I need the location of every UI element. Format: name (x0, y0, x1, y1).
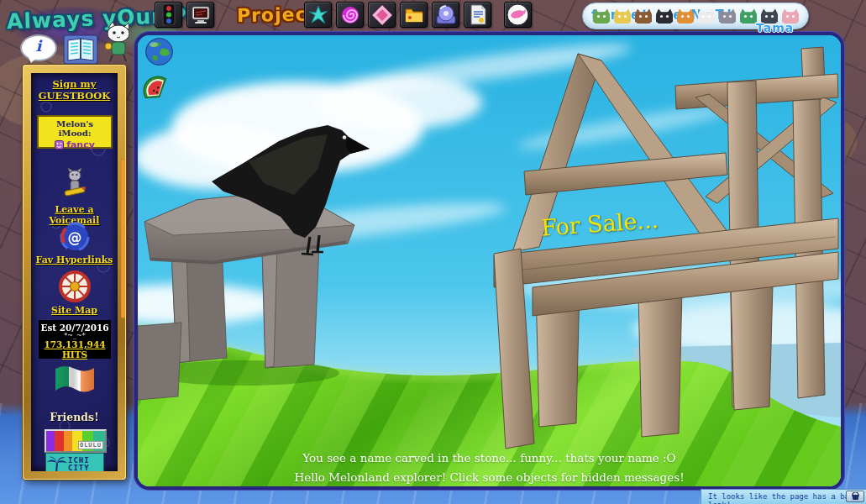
document-tool-button[interactable] (464, 2, 491, 28)
sidebar-frame: Sign my GUESTBOOK Melon's iMood: fancy (23, 65, 126, 480)
hyperlinks-icon[interactable]: @ (31, 221, 118, 253)
svg-text:@: @ (67, 229, 81, 246)
folder-icon (404, 6, 424, 24)
status-text: It looks like the page has a bad leak! (708, 492, 866, 504)
globe-icon (144, 37, 174, 66)
hits-count: 173,131,944 HITS (39, 339, 111, 360)
emoticon: *~_~* (39, 333, 111, 339)
star-icon (308, 5, 328, 25)
imood-icon (55, 140, 64, 150)
monitor-button[interactable] (186, 2, 214, 28)
3d-scene-canvas[interactable] (138, 35, 841, 486)
sidebar-scrollbar[interactable] (121, 159, 125, 318)
spiral-tool-button[interactable] (336, 2, 364, 28)
cd-tool-button[interactable] (432, 2, 459, 28)
world-message-1: You see a name carved in the stone... fu… (138, 451, 841, 465)
sidebar-link-hyperlinks[interactable]: Fav Hyperlinks (31, 255, 118, 265)
guestbook-line1: Sign my (31, 78, 118, 90)
document-icon (469, 4, 487, 25)
voicemail-icon[interactable] (31, 167, 118, 201)
sidebar-link-sitemap[interactable]: Site Map (31, 305, 118, 316)
cd-icon (435, 4, 457, 26)
info-icon[interactable] (20, 34, 57, 61)
tama-widget[interactable]: forget me NoT! Tama (582, 3, 809, 29)
traffic-light-icon (162, 4, 176, 25)
book-icon (63, 32, 98, 67)
hit-counter[interactable]: Est 20/7/2016 *~_~* 173,131,944 HITS (39, 320, 111, 359)
diamond-icon (371, 4, 393, 26)
palm-tree-icon (46, 455, 68, 471)
spiral-icon (340, 5, 360, 25)
watermelon-icon (136, 68, 176, 107)
fish-badge-icon (506, 3, 529, 26)
folder-tool-button[interactable] (400, 2, 428, 28)
star-tool-button[interactable] (304, 2, 332, 28)
leak-bucket-button[interactable] (846, 491, 864, 502)
friends-label: Friends! (31, 411, 118, 423)
irish-flag-icon (31, 365, 118, 394)
bucket-icon (851, 492, 860, 501)
traffic-light-button[interactable] (155, 2, 182, 28)
sidebar-panel: Sign my GUESTBOOK Melon's iMood: fancy (31, 73, 118, 471)
sitemap-wheel-icon[interactable] (31, 270, 118, 303)
imood-widget[interactable]: Melon's iMood: fancy (37, 115, 113, 149)
friend-badge-olulu[interactable]: OLULU (45, 429, 107, 453)
imood-value: fancy (66, 139, 95, 150)
friend-badge-ichi-city[interactable]: ICHI CITY (45, 453, 104, 471)
world-message-2: Hello Melonland explorer! Click some obj… (138, 470, 841, 484)
monitor-icon (192, 6, 210, 24)
guestbook-line2: GUESTBOOK (31, 90, 118, 102)
status-bar: It looks like the page has a bad leak! (701, 489, 866, 504)
mascot-character[interactable] (98, 21, 137, 66)
fish-badge-tool-button[interactable] (504, 2, 532, 28)
diamond-tool-button[interactable] (368, 2, 396, 28)
world-viewport[interactable]: For Sale... You see a name carved in the… (134, 32, 844, 490)
mascot-cat-icon (98, 21, 137, 63)
watermelon-button[interactable] (140, 72, 172, 105)
imood-title: Melon's iMood: (39, 119, 111, 138)
olulu-badge-label: OLULU (78, 441, 103, 449)
ichi-badge-line2: CITY (68, 465, 90, 471)
tama-label: Tama (756, 21, 794, 34)
sidebar-link-guestbook[interactable]: Sign my GUESTBOOK (31, 78, 118, 102)
page-root: Always yOur Pal Projects (0, 0, 866, 504)
globe-button[interactable] (144, 37, 174, 69)
